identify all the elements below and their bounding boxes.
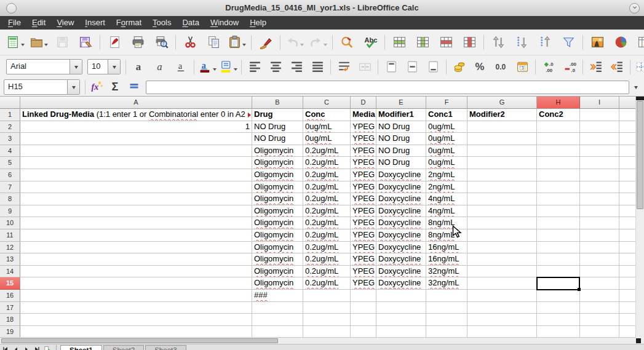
column-header-h[interactable]: H bbox=[537, 97, 580, 109]
highlighting-color-dropdown-arrow[interactable] bbox=[234, 68, 237, 73]
cell-F7[interactable]: 2ng/mL bbox=[426, 181, 467, 194]
currency-button[interactable] bbox=[449, 57, 470, 77]
cell-H2[interactable] bbox=[537, 121, 580, 133]
first-sheet-button[interactable] bbox=[0, 345, 10, 350]
cell-H19[interactable] bbox=[537, 326, 580, 338]
menu-insert[interactable]: Insert bbox=[79, 16, 111, 30]
cell-G11[interactable] bbox=[467, 229, 537, 242]
cell-J14[interactable] bbox=[619, 266, 635, 278]
cell-F12[interactable]: 16ng/mL bbox=[426, 242, 467, 254]
cell-G13[interactable] bbox=[467, 253, 537, 266]
cell-J1[interactable] bbox=[619, 109, 635, 121]
cell-F4[interactable]: 0ug/mL bbox=[426, 145, 467, 157]
column-header-c[interactable]: C bbox=[303, 97, 351, 109]
cell-I14[interactable] bbox=[580, 266, 619, 278]
italic-button[interactable]: a bbox=[149, 57, 170, 77]
cell-B6[interactable]: Oligomycin bbox=[252, 169, 303, 181]
column-header-j[interactable]: J bbox=[619, 97, 635, 109]
cell-E6[interactable]: Doxycycline bbox=[376, 169, 426, 181]
print-preview-button[interactable] bbox=[149, 33, 173, 52]
cell-C19[interactable] bbox=[303, 326, 351, 338]
cell-C16[interactable] bbox=[303, 290, 351, 302]
cell-B18[interactable] bbox=[252, 314, 303, 326]
cell-F13[interactable]: 16ng/mL bbox=[426, 253, 467, 266]
cell-B2[interactable]: NO Drug bbox=[252, 121, 303, 133]
align-bottom-button[interactable] bbox=[423, 57, 443, 77]
cell-F18[interactable] bbox=[426, 314, 467, 326]
cell-H1[interactable]: Conc2 bbox=[537, 109, 580, 121]
redo-dropdown-arrow[interactable] bbox=[324, 44, 327, 48]
font-size-combo[interactable]: 10 bbox=[87, 59, 121, 74]
vertical-scrollbar-thumb[interactable] bbox=[637, 101, 643, 209]
cell-F2[interactable]: 0ug/mL bbox=[426, 121, 467, 133]
cell-I5[interactable] bbox=[580, 157, 619, 169]
cell-C11[interactable]: 0.2ug/mL bbox=[303, 229, 351, 242]
cell-B17[interactable] bbox=[252, 302, 303, 314]
cell-F9[interactable]: 4ng/mL bbox=[426, 205, 467, 218]
cell-H4[interactable] bbox=[537, 145, 580, 157]
cell-G12[interactable] bbox=[467, 242, 537, 254]
cell-J10[interactable] bbox=[619, 217, 635, 229]
cell-B16[interactable]: ### bbox=[252, 290, 303, 302]
row-header-10[interactable]: 10 bbox=[0, 217, 20, 229]
sheet-tab-sheet2[interactable]: Sheet2 bbox=[103, 345, 144, 350]
menu-window[interactable]: Window bbox=[205, 16, 244, 30]
function-wizard-button[interactable]: fx bbox=[88, 79, 106, 95]
cell-G3[interactable] bbox=[467, 133, 537, 145]
cell-G10[interactable] bbox=[467, 217, 537, 229]
cell-E8[interactable]: Doxycycline bbox=[376, 193, 426, 205]
cell-H17[interactable] bbox=[537, 302, 580, 314]
row-header-11[interactable]: 11 bbox=[0, 229, 20, 242]
cell-G8[interactable] bbox=[467, 193, 537, 205]
cell-J7[interactable] bbox=[619, 181, 635, 194]
font-color-dropdown-arrow[interactable] bbox=[213, 68, 217, 73]
cell-E11[interactable]: Doxycycline bbox=[376, 229, 426, 242]
cell-J15[interactable] bbox=[619, 277, 635, 290]
formula-input[interactable] bbox=[146, 81, 629, 94]
cell-G6[interactable] bbox=[467, 169, 537, 181]
cell-D9[interactable]: YPEG bbox=[351, 205, 376, 218]
cell-C1[interactable]: Conc bbox=[303, 109, 351, 121]
cell-H14[interactable] bbox=[537, 266, 580, 278]
export-pdf-button[interactable] bbox=[103, 33, 126, 52]
row-header-12[interactable]: 12 bbox=[0, 242, 20, 254]
insert-image-button[interactable] bbox=[586, 33, 609, 52]
save-button[interactable] bbox=[50, 33, 74, 52]
next-sheet-button[interactable] bbox=[21, 345, 31, 350]
insert-columns-button[interactable] bbox=[411, 33, 434, 52]
cell-D10[interactable]: YPEG bbox=[351, 217, 376, 229]
row-header-8[interactable]: 8 bbox=[0, 193, 20, 205]
name-box-dropdown[interactable] bbox=[67, 80, 79, 94]
cell-I16[interactable] bbox=[580, 290, 619, 302]
cell-C4[interactable]: 0.2ug/mL bbox=[303, 145, 351, 157]
row-header-4[interactable]: 4 bbox=[0, 145, 20, 157]
cell-I4[interactable] bbox=[580, 145, 619, 157]
cell-J16[interactable] bbox=[619, 290, 635, 302]
cell-C3[interactable]: 0ug/mL bbox=[303, 133, 351, 145]
sort-ascending-button[interactable] bbox=[533, 33, 557, 52]
row-header-16[interactable]: 16 bbox=[0, 290, 20, 302]
cell-J13[interactable] bbox=[619, 253, 635, 266]
align-center-vertical-button[interactable] bbox=[402, 57, 423, 77]
cell-I11[interactable] bbox=[580, 229, 619, 242]
cell-G16[interactable] bbox=[467, 290, 537, 302]
cell-D1[interactable]: Media bbox=[351, 109, 376, 121]
menu-format[interactable]: Format bbox=[111, 16, 147, 30]
cell-E1[interactable]: Modifier1 bbox=[376, 109, 426, 121]
cell-G1[interactable]: Modifier2 bbox=[467, 109, 537, 121]
formula-button[interactable] bbox=[125, 79, 143, 95]
autofilter-button[interactable] bbox=[557, 33, 580, 52]
new-spreadsheet-dropdown-arrow[interactable] bbox=[21, 44, 25, 48]
cell-F15[interactable]: 32ng/mL bbox=[426, 277, 467, 290]
cell-B15[interactable]: Oligomycin bbox=[252, 277, 303, 290]
copy-button[interactable] bbox=[202, 33, 225, 52]
cell-E3[interactable]: NO Drug bbox=[376, 133, 426, 145]
highlighting-color-button[interactable] bbox=[218, 57, 239, 77]
cell-D12[interactable]: YPEG bbox=[351, 242, 376, 254]
menu-file[interactable]: File bbox=[2, 16, 26, 30]
cell-G4[interactable] bbox=[467, 145, 537, 157]
cell-J19[interactable] bbox=[619, 326, 635, 338]
cell-C18[interactable] bbox=[303, 314, 351, 326]
cell-D5[interactable]: YPEG bbox=[351, 157, 376, 169]
row-header-17[interactable]: 17 bbox=[0, 302, 20, 314]
